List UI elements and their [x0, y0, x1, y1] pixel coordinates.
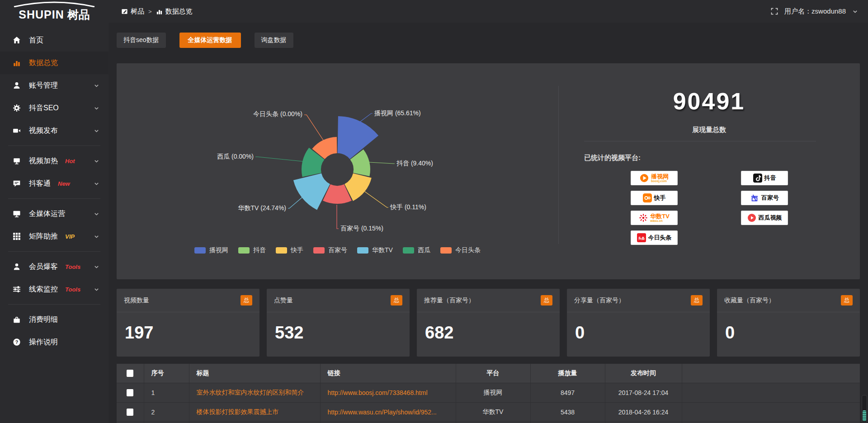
- legend-label: 快手: [291, 246, 303, 254]
- pie-sector-华数TV[interactable]: [293, 174, 330, 210]
- video-link[interactable]: http://www.wasu.cn/Play/show/id/952...: [320, 402, 456, 422]
- question-icon: ?: [13, 338, 22, 346]
- sidebar-badge: Hot: [65, 158, 75, 164]
- sidebar-item-omni-media[interactable]: 全媒体运营: [0, 202, 108, 225]
- row-checkbox[interactable]: [127, 409, 133, 416]
- stat-card-header: 推荐量（百家号）总: [417, 289, 560, 312]
- cell-plays: 8497: [530, 383, 605, 402]
- row-checkbox-cell: [117, 402, 144, 422]
- tab-douyin-seo-data[interactable]: 抖音seo数据: [117, 33, 166, 48]
- sidebar-item-label: 数据总览: [29, 58, 58, 68]
- tab-bar: 抖音seo数据全媒体运营数据询盘数据: [117, 33, 860, 48]
- stat-card-title: 分享量（百家号）: [574, 296, 625, 305]
- sidebar-item-douketong[interactable]: 抖客通New: [0, 172, 108, 195]
- sidebar-item-label: 操作说明: [29, 338, 58, 347]
- sidebar: 首页数据总览账号管理抖音SEO视频发布视频加热Hot抖客通New全媒体运营矩阵助…: [0, 23, 108, 423]
- tab-omni-media-data[interactable]: 全媒体运营数据: [179, 33, 241, 48]
- pie-label: 抖音 (9.40%): [396, 160, 433, 167]
- video-title-link[interactable]: 楼体投影灯投影效果震撼上市: [189, 402, 320, 422]
- sidebar-item-member-baoke[interactable]: 会员爆客Tools: [0, 255, 108, 278]
- legend-item-抖音[interactable]: 抖音: [238, 246, 266, 254]
- legend-item-华数TV[interactable]: 华数TV: [357, 246, 393, 254]
- platform-chip-boosj[interactable]: 播视网boosj.com: [631, 171, 678, 185]
- platform-chip-xigua[interactable]: 西瓜视频: [741, 211, 788, 225]
- sidebar-item-video-heat[interactable]: 视频加热Hot: [0, 150, 108, 172]
- legend-label: 西瓜: [418, 246, 430, 254]
- legend-item-百家号[interactable]: 百家号: [313, 246, 347, 254]
- breadcrumb: 树品>数据总览: [121, 7, 193, 16]
- chevron-down-icon: [94, 287, 99, 292]
- platform-chip-text: 今日头条: [648, 235, 672, 241]
- sidebar-item-account-manage[interactable]: 账号管理: [0, 74, 108, 97]
- stat-card-title: 点赞量: [274, 296, 293, 305]
- sidebar-item-label: 视频加热: [29, 156, 58, 166]
- stat-card-row: 视频数量总197点赞量总532推荐量（百家号）总682分享量（百家号）总0收藏量…: [117, 289, 860, 357]
- sidebar-item-consume-detail[interactable]: 消费明细: [0, 308, 108, 331]
- topbar: SHUPIN 树品 树品>数据总览 用户名：zswodun88: [0, 0, 868, 23]
- legend-item-播视网[interactable]: 播视网: [194, 246, 228, 254]
- stat-card-like-count: 点赞量总532: [267, 289, 410, 357]
- video-icon: [13, 127, 22, 135]
- platform-chip-toutiao[interactable]: 头条今日头条: [631, 230, 678, 245]
- sidebar-item-label: 线索监控: [29, 285, 58, 294]
- platform-chip-text: 快手: [654, 195, 666, 201]
- header-checkbox-cell: [117, 364, 144, 383]
- total-badge[interactable]: 总: [391, 295, 402, 306]
- legend-item-快手[interactable]: 快手: [276, 246, 303, 254]
- total-badge[interactable]: 总: [241, 295, 252, 306]
- select-all-checkbox[interactable]: [127, 370, 133, 377]
- platform-chip-douyin[interactable]: 抖音: [741, 171, 788, 185]
- logo-text-cn: 树品: [67, 9, 90, 20]
- stat-card-header: 点赞量总: [267, 289, 410, 312]
- stat-card-value: 0: [717, 312, 860, 343]
- stat-card-value: 682: [417, 312, 560, 343]
- sidebar-item-douyin-seo[interactable]: 抖音SEO: [0, 97, 108, 119]
- baijiahao-icon: [750, 193, 759, 202]
- platform-chip-text: 百家号: [761, 195, 779, 201]
- sidebar-badge: New: [58, 180, 70, 187]
- total-badge[interactable]: 总: [691, 295, 703, 306]
- sidebar-item-label: 消费明细: [29, 315, 58, 324]
- breadcrumb-item-data-overview[interactable]: 数据总览: [156, 7, 193, 16]
- column-header: 标题: [189, 364, 320, 383]
- breadcrumb-item-shupin[interactable]: 树品: [121, 7, 144, 16]
- platform-name: 快手: [654, 195, 666, 201]
- board-icon: [121, 8, 128, 15]
- sidebar-item-data-overview[interactable]: 数据总览: [0, 52, 108, 74]
- total-impressions-label: 展现量总数: [558, 126, 860, 134]
- platform-chip-wasu[interactable]: 华数TVwasu.cn: [631, 211, 678, 225]
- sidebar-item-operation-guide[interactable]: ?操作说明: [0, 331, 108, 353]
- total-badge[interactable]: 总: [841, 295, 853, 306]
- chevron-down-icon: [94, 105, 99, 111]
- platform-chip-kuaishou[interactable]: 快手: [631, 191, 678, 205]
- sidebar-item-label: 会员爆客: [29, 262, 58, 272]
- sidebar-item-matrix-boost[interactable]: 矩阵助推VIP: [0, 225, 108, 248]
- table-header-row: 序号标题链接平台播放量发布时间: [117, 364, 860, 383]
- fullscreen-icon[interactable]: [771, 8, 778, 15]
- pie-label-line: [360, 113, 373, 122]
- tab-inquiry-data[interactable]: 询盘数据: [255, 33, 293, 48]
- chevron-down-icon[interactable]: [852, 9, 858, 14]
- app-logo[interactable]: SHUPIN 树品: [0, 0, 108, 23]
- username[interactable]: 用户名：zswodun88: [784, 7, 846, 16]
- rose-chart: 播视网 (65.61%)抖音 (9.40%)快手 (0.11%)百家号 (0.1…: [117, 63, 558, 276]
- sidebar-item-home[interactable]: 首页: [0, 29, 108, 52]
- platform-name: 抖音: [764, 175, 776, 181]
- summary-area: 90491 展现量总数 已统计的视频平台: 播视网boosj.com抖音快手百家…: [558, 63, 860, 279]
- cell-empty: [682, 402, 860, 422]
- total-badge[interactable]: 总: [541, 295, 552, 306]
- scrollbar-track[interactable]: [862, 395, 867, 423]
- platform-chip-baijiahao[interactable]: 百家号: [741, 191, 788, 205]
- row-checkbox[interactable]: [127, 389, 133, 396]
- scrollbar-thumb[interactable]: [863, 410, 866, 421]
- sidebar-item-clue-monitor[interactable]: 线索监控Tools: [0, 278, 108, 301]
- video-link[interactable]: http://www.boosj.com/7338468.html: [320, 383, 456, 402]
- legend-item-西瓜[interactable]: 西瓜: [403, 246, 430, 254]
- pie-sector-播视网[interactable]: [338, 116, 379, 159]
- row-checkbox-cell: [117, 383, 144, 402]
- sidebar-item-video-publish[interactable]: 视频发布: [0, 119, 108, 142]
- video-title-link[interactable]: 室外水纹灯和室内水纹灯的区别和简介: [189, 383, 320, 402]
- legend-swatch: [238, 247, 250, 254]
- sidebar-item-label: 账号管理: [29, 81, 58, 90]
- legend-item-今日头条[interactable]: 今日头条: [440, 246, 481, 254]
